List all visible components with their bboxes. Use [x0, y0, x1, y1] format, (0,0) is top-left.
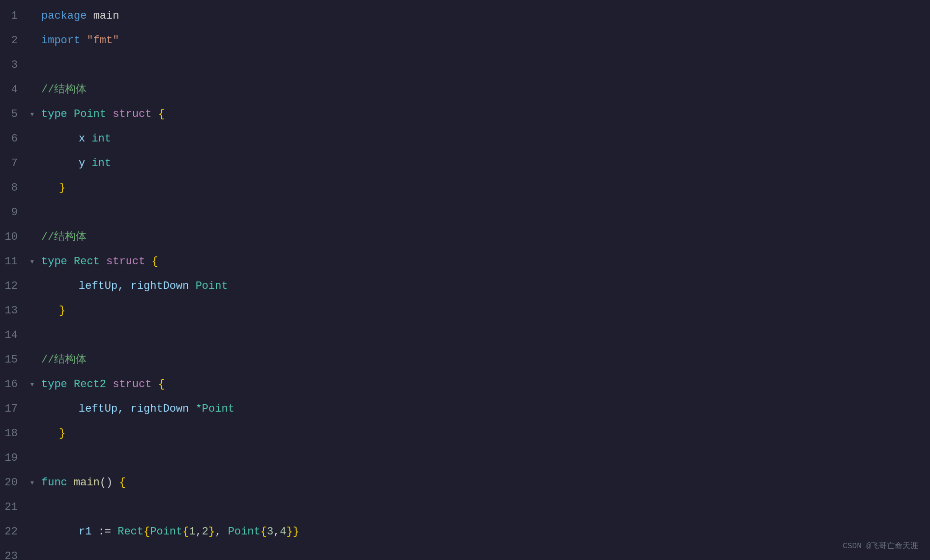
token: type	[41, 108, 74, 120]
code-line-21: 21	[0, 495, 930, 520]
token: }}	[287, 526, 299, 538]
token: }	[59, 427, 65, 440]
token: ,	[215, 526, 228, 538]
token: int	[91, 157, 111, 169]
token: "fmt"	[87, 34, 119, 47]
code-content: //结构体	[39, 79, 87, 101]
code-content: leftUp, rightDown *Point	[39, 398, 234, 420]
fold-indicator[interactable]: ▾	[29, 373, 39, 396]
token: struct	[106, 108, 158, 120]
token: package	[41, 10, 93, 22]
token: {	[158, 378, 165, 391]
code-content: type Point struct {	[39, 103, 165, 126]
code-content: }	[39, 422, 65, 445]
token: main	[93, 10, 119, 22]
code-line-9: 9	[0, 200, 930, 225]
token: ,	[196, 526, 202, 538]
token: import	[41, 34, 87, 47]
line-number: 14	[0, 324, 29, 347]
token: Point	[150, 526, 182, 538]
token: x	[79, 133, 91, 145]
code-content: }	[39, 300, 65, 322]
line-number: 9	[0, 201, 29, 224]
token: type	[41, 255, 74, 268]
code-line-3: 3	[0, 53, 930, 78]
line-number: 4	[0, 79, 29, 101]
line-number: 19	[0, 447, 29, 470]
fold-indicator[interactable]: ▾	[29, 472, 39, 494]
code-content: x int	[39, 128, 111, 150]
token: {	[151, 255, 158, 268]
code-content: type Rect2 struct {	[39, 373, 165, 396]
token: Rect2	[74, 378, 106, 391]
code-line-1: 1package main	[0, 4, 930, 28]
token: leftUp, rightDown	[79, 403, 196, 415]
code-content: leftUp, rightDown Point	[39, 275, 228, 298]
code-content: y int	[39, 152, 111, 175]
code-line-18: 18}	[0, 421, 930, 446]
fold-indicator[interactable]: ▾	[29, 251, 39, 273]
token: Point	[196, 280, 228, 292]
code-content: //结构体	[39, 349, 87, 371]
token: int	[91, 133, 111, 145]
line-number: 20	[0, 472, 29, 494]
token: Point	[228, 526, 261, 538]
token: }	[208, 526, 215, 538]
code-line-14: 14	[0, 323, 930, 348]
line-number: 18	[0, 422, 29, 445]
token: //结构体	[41, 84, 87, 96]
line-number: 15	[0, 349, 29, 371]
code-content: }	[39, 177, 65, 199]
token: 3	[267, 526, 273, 538]
code-content: package main	[39, 5, 119, 28]
token: //结构体	[41, 231, 87, 243]
code-line-20: 20▾func main() {	[0, 471, 930, 495]
token: *Point	[196, 403, 234, 415]
token: 2	[202, 526, 208, 538]
token: ,	[273, 526, 280, 538]
token: r1	[79, 526, 98, 538]
token: y	[79, 157, 91, 169]
token: {	[113, 476, 125, 489]
token: //结构体	[41, 354, 87, 366]
code-content: type Rect struct {	[39, 251, 158, 273]
token: :=	[98, 526, 118, 538]
line-number: 6	[0, 128, 29, 150]
code-line-6: 6x int	[0, 127, 930, 151]
code-line-11: 11▾type Rect struct {	[0, 250, 930, 274]
fold-indicator[interactable]: ▾	[29, 103, 39, 126]
token: type	[41, 378, 74, 391]
code-area: 1package main2import "fmt"34//结构体5▾type …	[0, 0, 930, 560]
code-content: //结构体	[39, 226, 87, 249]
token: 4	[280, 526, 286, 538]
token: struct	[106, 378, 158, 391]
code-line-10: 10//结构体	[0, 225, 930, 250]
line-number: 2	[0, 29, 29, 52]
line-number: 12	[0, 275, 29, 298]
token: struct	[100, 255, 152, 268]
code-editor: 1package main2import "fmt"34//结构体5▾type …	[0, 0, 930, 560]
token: func	[41, 476, 74, 489]
code-content: func main() {	[39, 472, 126, 494]
token: {	[261, 526, 267, 538]
line-number: 13	[0, 300, 29, 322]
token: {	[158, 108, 165, 120]
line-number: 17	[0, 398, 29, 420]
line-number: 7	[0, 152, 29, 175]
code-line-5: 5▾type Point struct {	[0, 102, 930, 127]
code-line-12: 12leftUp, rightDown Point	[0, 274, 930, 299]
token: {	[182, 526, 189, 538]
token: }	[59, 182, 65, 194]
code-line-16: 16▾type Rect2 struct {	[0, 372, 930, 397]
line-number: 23	[0, 545, 29, 560]
code-content: import "fmt"	[39, 29, 119, 52]
code-line-4: 4//结构体	[0, 78, 930, 102]
token: {	[144, 526, 150, 538]
token: Rect	[74, 255, 100, 268]
line-number: 3	[0, 54, 29, 77]
line-number: 22	[0, 521, 29, 543]
code-line-13: 13}	[0, 299, 930, 323]
line-number: 16	[0, 373, 29, 396]
code-line-17: 17leftUp, rightDown *Point	[0, 397, 930, 421]
line-number: 5	[0, 103, 29, 126]
